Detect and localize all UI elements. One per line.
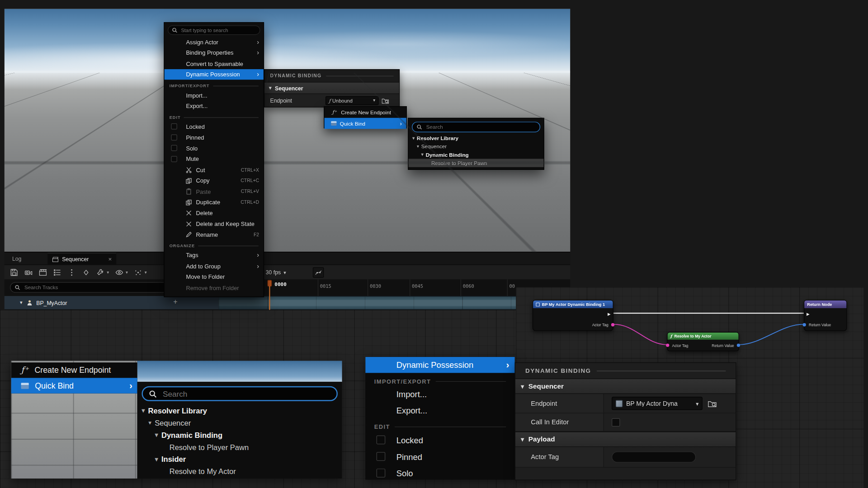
actor-tag-out-pin[interactable] (611, 323, 614, 326)
menu-item-export[interactable]: Export... (165, 100, 264, 111)
menu-item-binding-properties[interactable]: Binding Properties› (165, 47, 264, 58)
node-resolve[interactable]: ƒ Resolve to My Actor Actor Tag Return V… (667, 332, 739, 352)
menu-item-dynamic-possession[interactable]: Dynamic Possession› (165, 69, 264, 80)
expander-icon[interactable]: ▾ (521, 383, 524, 389)
tree-item-dynamic-binding[interactable]: ▾Dynamic Binding (409, 150, 544, 159)
tree-item-resolve-to-player-pawn[interactable]: Resolve to Player Pawn (137, 441, 342, 453)
tree-item-resolver-library[interactable]: ▾Resolver Library (137, 404, 342, 417)
menu-item-assign-actor[interactable]: Assign Actor› (165, 37, 264, 47)
playback-settings-wrench-icon[interactable] (96, 268, 104, 277)
browse-asset-icon[interactable] (382, 97, 389, 104)
return-value-in-pin[interactable] (803, 323, 806, 326)
menu-search-input[interactable] (180, 27, 256, 33)
view-options-eye-icon[interactable] (115, 268, 123, 277)
expander-icon[interactable]: ▾ (142, 408, 145, 413)
menu-item-pinned[interactable]: Pinned (165, 132, 264, 143)
checkbox[interactable] (171, 156, 177, 162)
menu-item-remove-from-folder[interactable]: Remove from Folder (165, 282, 264, 293)
tree-item-resolver-library[interactable]: ▾Resolver Library (409, 134, 544, 142)
resolver-search-box[interactable] (412, 122, 540, 132)
menu-item-cut[interactable]: CutCTRL+X (165, 164, 264, 175)
tab-log[interactable]: Log (8, 252, 26, 265)
expander-icon[interactable]: ▾ (20, 300, 23, 305)
keyframe-icon[interactable] (82, 268, 90, 277)
node-binding[interactable]: BP My Actor Dynamic Binding 1 ▶ Actor Ta… (533, 300, 613, 331)
menu-item-delete[interactable]: Delete (165, 207, 264, 218)
actor-tag-input[interactable] (612, 451, 696, 462)
actor-tag-in-pin[interactable] (666, 343, 669, 347)
tree-item-sequencer[interactable]: ▾Sequencer (409, 142, 544, 150)
menu-item-solo[interactable]: Solo (365, 465, 515, 480)
menu-item-duplicate[interactable]: DuplicateCTRL+D (165, 197, 264, 207)
category-payload[interactable]: ▾Payload (515, 432, 736, 447)
checkbox[interactable] (377, 436, 386, 445)
menu-item-paste[interactable]: PasteCTRL+V (165, 186, 264, 197)
return-value-out-pin[interactable] (737, 343, 740, 347)
menu-item-tags[interactable]: Tags› (165, 250, 264, 261)
checkbox[interactable] (171, 134, 177, 140)
menu-item-pinned[interactable]: Pinned (365, 448, 515, 465)
menu-item-import[interactable]: Import... (365, 386, 515, 403)
menu-item-copy[interactable]: CopyCTRL+C (165, 175, 264, 186)
endpoint-dropdown[interactable]: ƒ Unbound ▾ (326, 96, 379, 105)
menu-item-quick-bind[interactable]: Quick Bind› (11, 378, 137, 393)
resolver-search-input[interactable] (425, 123, 536, 131)
category-sequencer[interactable]: ▾Sequencer (264, 82, 399, 94)
category-sequencer[interactable]: ▾Sequencer (515, 379, 736, 394)
endpoint-dropdown[interactable]: BP My Actor Dyna ▾ (612, 397, 703, 410)
checkbox[interactable] (171, 145, 177, 151)
menu-search-box[interactable] (168, 25, 260, 35)
exec-out-pin[interactable]: ▶ (608, 312, 611, 316)
fps-dropdown[interactable]: 30 fps ▾ (266, 265, 286, 280)
menu-item-export[interactable]: Export... (365, 402, 515, 418)
menu-item-rename[interactable]: RenameF2 (165, 229, 264, 240)
menu-item-mute[interactable]: Mute (165, 154, 264, 164)
expander-icon[interactable]: ▾ (421, 152, 424, 157)
menu-item-create-new-endpoint[interactable]: ƒ⁺Create New Endpoint (325, 107, 406, 117)
menu-item-move-to-folder[interactable]: Move to Folder (165, 272, 264, 282)
close-tab-icon[interactable]: × (108, 256, 112, 262)
resolver-search-box[interactable] (142, 386, 337, 401)
timeline-ruler[interactable]: 0015 0030 0045 0060 00 (5, 279, 570, 296)
checkbox[interactable] (171, 123, 177, 129)
call-in-editor-checkbox[interactable] (612, 418, 620, 426)
browse-asset-icon[interactable] (708, 399, 717, 408)
chevron-down-icon[interactable]: ▾ (145, 270, 147, 275)
tree-item-resolve-to-player-pawn[interactable]: Resolve to Player Pawn (409, 159, 544, 167)
menu-item-locked[interactable]: Locked (165, 121, 264, 132)
track-section-band[interactable] (219, 296, 516, 310)
node-return[interactable]: Return Node ▶ Return Value (804, 300, 847, 331)
camera-icon[interactable] (24, 268, 33, 277)
tree-item-sequencer[interactable]: ▾Sequencer (137, 417, 342, 429)
menu-item-solo[interactable]: Solo (165, 143, 264, 154)
menu-item-dynamic-possession[interactable]: Dynamic Possession› (365, 357, 515, 373)
menu-item-locked[interactable]: Locked (365, 432, 515, 448)
expander-icon[interactable]: ▾ (148, 420, 151, 426)
tree-item-dynamic-binding[interactable]: ▾Dynamic Binding (137, 429, 342, 441)
tab-sequencer[interactable]: Sequencer × (47, 253, 116, 265)
particles-icon[interactable] (134, 268, 142, 277)
chevron-down-icon[interactable]: ▾ (107, 270, 109, 275)
tree-item-insider[interactable]: ▾Insider (137, 453, 342, 465)
curve-editor-button[interactable] (313, 267, 324, 277)
expander-icon[interactable]: ▾ (521, 436, 524, 442)
menu-item-delete-keep-state[interactable]: Delete and Keep State (165, 218, 264, 229)
add-section-icon[interactable]: + (173, 298, 177, 305)
menu-item-quick-bind[interactable]: Quick Bind› (325, 118, 406, 129)
menu-item-import[interactable]: Import... (165, 89, 264, 100)
expander-icon[interactable]: ▾ (412, 136, 415, 141)
render-movie-icon[interactable] (39, 268, 47, 277)
resolver-search-input[interactable] (162, 389, 331, 399)
expander-icon[interactable]: ▾ (155, 456, 158, 462)
menu-item-add-to-group[interactable]: Add to Group› (165, 261, 264, 272)
exec-in-pin[interactable]: ▶ (807, 312, 810, 316)
expander-icon[interactable]: ▾ (417, 144, 419, 149)
menu-item-create-new-endpoint[interactable]: ƒ⁺Create New Endpoint (11, 362, 137, 378)
expander-icon[interactable]: ▾ (269, 85, 272, 90)
tracks-list-icon[interactable] (53, 268, 61, 277)
save-icon[interactable] (10, 268, 18, 277)
menu-item-convert-to-spawnable[interactable]: Convert to Spawnable (165, 58, 264, 69)
tree-item-resolve-to-my-actor[interactable]: Resolve to My Actor (137, 465, 342, 478)
checkbox[interactable] (377, 469, 386, 478)
chevron-down-icon[interactable]: ▾ (126, 270, 128, 275)
